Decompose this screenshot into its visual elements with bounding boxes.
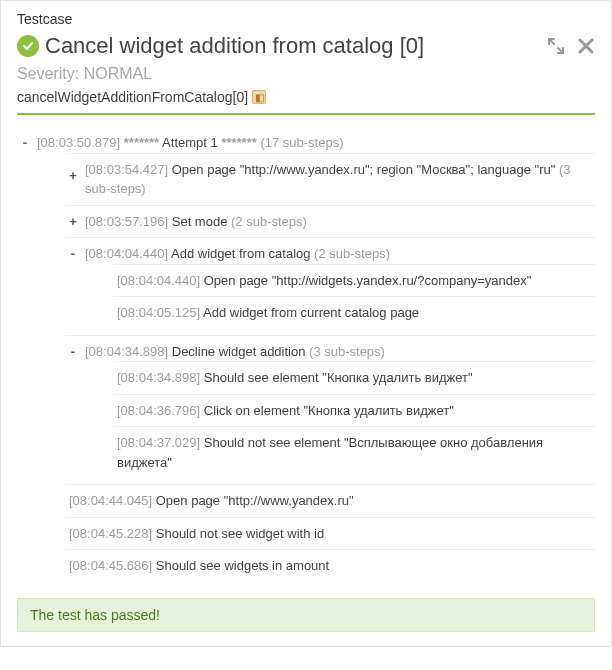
testcase-panel: Testcase Cancel widget addition from cat…	[0, 0, 612, 647]
step-node: -[08:04:04.440] Add widget from catalog …	[65, 237, 595, 335]
step-label: Decline widget addition	[172, 344, 306, 359]
step-label: Open page "http://widgets.yandex.ru/?com…	[204, 273, 532, 288]
expand-icon[interactable]	[547, 37, 565, 55]
title-actions	[547, 37, 595, 55]
timestamp: [08:03:54.427]	[85, 162, 172, 177]
timestamp: [08:04:36.796]	[117, 403, 204, 418]
timestamp: [08:04:04.440]	[117, 273, 204, 288]
substeps-count: (17 sub-steps)	[260, 135, 343, 150]
step-node: +[08:03:57.196] Set mode (2 sub-steps)	[65, 205, 595, 238]
collapse-toggle[interactable]: -	[67, 342, 79, 362]
step-label: Should see widgets in amount	[156, 558, 329, 573]
attempt-node: - [08:03:50.879] ******* Attempt 1 *****…	[17, 127, 595, 588]
step-label: Open page "http://www.yandex.ru"; region…	[172, 162, 556, 177]
timestamp: [08:04:34.898]	[117, 370, 204, 385]
step-node: [08:04:34.898] Should see element "Кнопк…	[113, 361, 595, 394]
step-label: Add widget from catalog	[171, 246, 310, 261]
step-label: Should see element "Кнопка удалить видже…	[204, 370, 473, 385]
step-label: Should not see widget with id	[156, 526, 324, 541]
expand-toggle[interactable]: +	[67, 166, 79, 186]
timestamp: [08:04:45.686]	[69, 558, 156, 573]
step-node: [08:04:04.440] Open page "http://widgets…	[113, 264, 595, 297]
collapse-toggle[interactable]: -	[67, 244, 79, 264]
step-node: [08:04:45.228] Should not see widget wit…	[65, 517, 595, 550]
timestamp: [08:04:45.228]	[69, 526, 156, 541]
method-row: cancelWidgetAdditionFromCatalog[0] ◧	[17, 89, 595, 105]
panel-label: Testcase	[17, 11, 595, 27]
timestamp: [08:04:44.045]	[69, 493, 156, 508]
timestamp: [08:03:50.879]	[37, 135, 120, 150]
step-label: Add widget from current catalog page	[203, 305, 419, 320]
step-node: [08:04:44.045] Open page "http://www.yan…	[65, 484, 595, 517]
substeps-count: (2 sub-steps)	[311, 246, 390, 261]
step-node: [08:04:36.796] Click on element "Кнопка …	[113, 394, 595, 427]
collapse-toggle[interactable]: -	[19, 133, 31, 153]
testcase-title: Cancel widget addition from catalog [0]	[45, 33, 541, 59]
step-node: +[08:03:54.427] Open page "http://www.ya…	[65, 153, 595, 205]
step-label: Attempt 1	[162, 135, 218, 150]
timestamp: [08:04:04.440]	[85, 246, 171, 261]
substeps-count: (2 sub-steps)	[227, 214, 306, 229]
step-node: -[08:04:34.898] Decline widget addition …	[65, 335, 595, 485]
step-node: [08:04:37.029] Should not see element "В…	[113, 426, 595, 478]
substeps-count: (3 sub-steps)	[305, 344, 384, 359]
close-icon[interactable]	[577, 37, 595, 55]
attachment-icon[interactable]: ◧	[252, 90, 266, 104]
timestamp: [08:04:05.125]	[117, 305, 203, 320]
check-circle-icon	[17, 35, 39, 57]
result-message: The test has passed!	[17, 598, 595, 632]
step-label: Set mode	[172, 214, 228, 229]
title-row: Cancel widget addition from catalog [0]	[17, 33, 595, 59]
step-node: [08:04:45.686] Should see widgets in amo…	[65, 549, 595, 582]
step-label: Open page "http://www.yandex.ru"	[156, 493, 354, 508]
severity-label: Severity: NORMAL	[17, 65, 595, 83]
timestamp: [08:04:37.029]	[117, 435, 204, 450]
step-node: [08:04:05.125] Add widget from current c…	[113, 296, 595, 329]
timestamp: [08:03:57.196]	[85, 214, 172, 229]
method-name: cancelWidgetAdditionFromCatalog[0]	[17, 89, 248, 105]
timestamp: [08:04:34.898]	[85, 344, 172, 359]
stars: *******	[124, 135, 159, 150]
divider	[17, 113, 595, 115]
step-tree: - [08:03:50.879] ******* Attempt 1 *****…	[17, 127, 595, 588]
expand-toggle[interactable]: +	[67, 212, 79, 232]
stars: *******	[221, 135, 256, 150]
step-label: Click on element "Кнопка удалить виджет"	[204, 403, 454, 418]
